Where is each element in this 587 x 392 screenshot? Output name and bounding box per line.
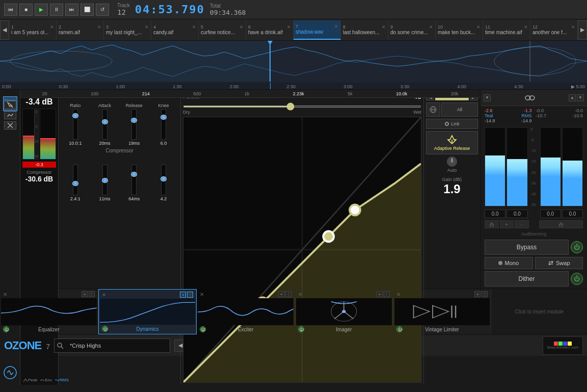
env-btn[interactable]: Env: [39, 377, 53, 383]
track-item-9[interactable]: 9 ✕ do some crime...: [388, 20, 436, 40]
track-item-5[interactable]: 5 ✕ curfew notice...: [199, 20, 246, 40]
track-name-1: i am 5 years ol...: [11, 30, 54, 35]
dither-power-btn[interactable]: ⏻: [571, 273, 583, 285]
bypass-power-btn[interactable]: ⏻: [571, 241, 583, 253]
track-item-4[interactable]: 4 ✕ candy.aif: [151, 20, 199, 40]
limiter-ratio-slider[interactable]: [73, 109, 78, 140]
insert-module-slot[interactable]: Click to insert module: [491, 289, 587, 334]
track-item-3[interactable]: 3 ✕ my last night_...: [104, 20, 151, 40]
comp-ratio-control: 2.4:1: [63, 165, 88, 201]
track-close-3[interactable]: ✕: [145, 24, 149, 30]
track-item-7[interactable]: 7 ✕ shadow.wav: [294, 20, 341, 40]
meters-top-bar: ▼ ▲ ▼: [481, 90, 587, 106]
track-item-10[interactable]: 10 ✕ make ten buck...: [436, 20, 483, 40]
track-close-7[interactable]: ✕: [334, 24, 338, 29]
parallel-slider-container[interactable]: [183, 102, 421, 109]
track-item-11[interactable]: 11 ✕ time machine.aif: [483, 20, 530, 40]
vintage-close-btn[interactable]: ✕: [396, 292, 401, 297]
limiter-knee-slider[interactable]: [161, 109, 166, 140]
eq-close-btn[interactable]: ✕: [3, 292, 7, 297]
btn-play[interactable]: ▶: [35, 4, 48, 16]
imager-expand-btn[interactable]: ⋮: [384, 291, 390, 297]
dynamics-menu-btn[interactable]: ≡: [180, 292, 186, 298]
eq-expand-btn[interactable]: ⋮: [89, 291, 95, 297]
track-close-8[interactable]: ✕: [382, 24, 386, 30]
track-close-1[interactable]: ✕: [50, 24, 54, 30]
exciter-expand-btn[interactable]: ⋮: [285, 291, 291, 297]
eq-power-btn[interactable]: ⏻: [3, 326, 9, 332]
dynamics-close-btn[interactable]: ✕: [102, 292, 106, 298]
plus-left-btn[interactable]: +: [500, 220, 514, 228]
timeline[interactable]: 0:00 0:30 1:00 1:30 2:00 2:30 3:00 3:30 …: [0, 83, 587, 90]
comp-knee-slider[interactable]: [161, 165, 166, 195]
track-close-4[interactable]: ✕: [192, 24, 196, 30]
eq-select-tool[interactable]: [4, 101, 16, 109]
track-item-1[interactable]: 1 ✕ i am 5 years ol...: [9, 20, 57, 40]
dynamics-expand-btn[interactable]: ⋮: [187, 292, 193, 298]
exciter-close-btn[interactable]: ✕: [200, 292, 204, 297]
imager-power-btn[interactable]: ⏻: [298, 326, 304, 332]
track-nav-next[interactable]: ▶: [578, 20, 587, 40]
parallel-slider[interactable]: [183, 106, 421, 108]
track-item-12[interactable]: 12 ✕ another one f...: [530, 20, 578, 40]
track-close-2[interactable]: ✕: [97, 24, 101, 30]
lock-right-btn[interactable]: [539, 220, 583, 228]
right-sub-row: -10.7 -10.5: [536, 113, 583, 118]
comp-attack-slider[interactable]: [102, 165, 108, 195]
track-item-8[interactable]: 8 ✕ last halloween...: [341, 20, 388, 40]
peak-btn[interactable]: Peak: [22, 377, 38, 383]
dither-label: Dither: [518, 275, 535, 282]
dither-btn[interactable]: Dither: [485, 271, 569, 286]
swap-btn[interactable]: Swap: [535, 257, 583, 269]
meters-collapse-btn[interactable]: ▼: [577, 94, 584, 101]
btn-prev[interactable]: ⏮: [4, 4, 17, 16]
meters-expand-btn[interactable]: ▲: [569, 94, 576, 101]
track-close-6[interactable]: ✕: [287, 24, 291, 30]
effect-exciter: ✕ ≡ ⋮ ⏻ Exciter: [197, 289, 295, 334]
track-close-11[interactable]: ✕: [524, 24, 528, 30]
detect-mode-toggle[interactable]: [1, 363, 19, 383]
track-nav-prev[interactable]: ◀: [0, 20, 9, 40]
btn-next[interactable]: ⏭: [65, 4, 78, 16]
comp-release-slider[interactable]: [131, 165, 137, 195]
imager-menu-btn[interactable]: ≡: [377, 291, 383, 297]
all-btn[interactable]: All: [441, 102, 478, 117]
sub-right-val: -14.9: [521, 118, 532, 123]
track-item-2[interactable]: 2 ✕ ramen.aif: [57, 20, 104, 40]
track-close-5[interactable]: ✕: [239, 24, 244, 30]
btn-record[interactable]: ⬜: [81, 4, 94, 16]
btn-stop[interactable]: ■: [19, 4, 33, 16]
mono-btn[interactable]: Mono: [485, 257, 533, 269]
eq-menu-btn[interactable]: ≡: [82, 291, 88, 297]
comp-ratio-slider[interactable]: [73, 165, 78, 195]
track-name-3: my last night_...: [106, 30, 149, 35]
link-btn[interactable]: Link: [426, 119, 478, 129]
eq-draw-tool[interactable]: [4, 111, 16, 119]
track-close-10[interactable]: ✕: [476, 24, 481, 30]
track-close-9[interactable]: ✕: [429, 24, 433, 30]
dynamics-power-btn[interactable]: ⏻: [102, 326, 108, 332]
vintage-expand-btn[interactable]: ⋮: [482, 291, 488, 297]
btn-pause[interactable]: ⏸: [50, 4, 63, 16]
vintage-menu-btn[interactable]: ≡: [474, 291, 481, 297]
adaptive-release-btn[interactable]: Adaptive Release: [426, 131, 478, 154]
auto-knob[interactable]: [447, 156, 457, 167]
search-input[interactable]: [66, 339, 168, 352]
imager-module-controls: ≡ ⋮: [377, 291, 390, 297]
track-item-6[interactable]: 6 ✕ have a drink.aif: [246, 20, 294, 40]
exciter-menu-btn[interactable]: ≡: [278, 291, 284, 297]
btn-loop[interactable]: ↺: [96, 4, 109, 16]
waveform-area[interactable]: 0:00 0:30 1:00 1:30 2:00 2:30 3:00 3:30 …: [0, 41, 587, 90]
limiter-attack-slider[interactable]: [102, 109, 108, 140]
imager-close-btn[interactable]: ✕: [298, 292, 302, 297]
track-close-12[interactable]: ✕: [571, 24, 575, 30]
limiter-release-slider[interactable]: [131, 109, 137, 140]
vintage-power-btn[interactable]: ⏻: [396, 326, 403, 332]
lock-left-btn[interactable]: [485, 220, 499, 228]
globe-btn[interactable]: [426, 102, 440, 117]
bypass-btn[interactable]: Bypass: [485, 240, 569, 255]
meters-dropdown-btn[interactable]: ▼: [484, 94, 491, 101]
eq-erase-tool[interactable]: [4, 121, 16, 129]
minus-left-btn[interactable]: -: [515, 220, 529, 228]
exciter-power-btn[interactable]: ⏻: [200, 326, 206, 332]
